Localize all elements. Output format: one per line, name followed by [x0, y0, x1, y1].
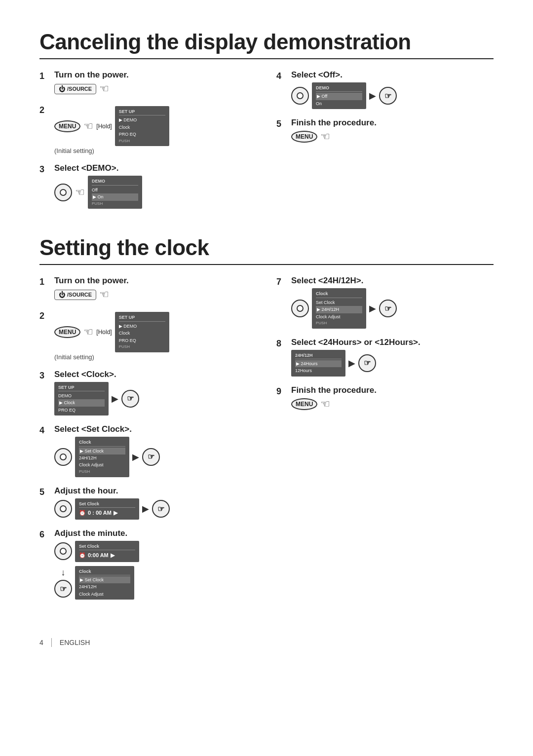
menu-btn-clock-9[interactable]: MENU	[291, 398, 317, 410]
step-num-1: 1	[39, 71, 50, 81]
clock-step-6-ui-top: Set Clock ⏰ 0:00 AM ▶	[54, 541, 257, 562]
step-1-ui: ⏻ /SOURCE ☞	[54, 82, 257, 95]
clock-step-7-label: Select <24H/12H>.	[291, 276, 494, 286]
menu-button-2[interactable]: MENU	[54, 120, 80, 132]
knob-clock-3[interactable]: ☞	[121, 390, 139, 408]
knob-clock-6b[interactable]: ☞	[54, 580, 72, 598]
clock-step-5-label: Adjust the hour.	[54, 486, 257, 496]
select-24h12h-screen: Clock Set Clock ▶ 24H/12H Clock Adjust P…	[312, 288, 366, 328]
clock-step-6: 6 Adjust the minute. Set Clock ⏰ 0:00 AM…	[39, 529, 257, 600]
clock-step-num-3: 3	[39, 371, 50, 381]
clock-step-num-5: 5	[39, 487, 50, 497]
source-button[interactable]: ⏻ /SOURCE	[54, 84, 96, 94]
setup-screen-clock-2: SET UP ▶ DEMO Clock PRO EQ PUSH	[115, 312, 169, 352]
clock-step-2-ui: MENU ☞ [Hold] SET UP ▶ DEMO Clock PRO EQ…	[54, 312, 257, 352]
step-1-label: Turn on the power.	[54, 70, 257, 80]
demo-screen-3: DEMO Off ▶ On PUSH	[88, 176, 142, 209]
power-icon: ⏻	[59, 85, 65, 93]
clock-step-5: 5 Adjust the hour. Set Clock ⏰ 0 : 00 AM…	[39, 486, 257, 520]
knob-clock-7b[interactable]: ☞	[379, 300, 397, 317]
clock-after-screen: Clock ▶ Set Clock 24H/12H Clock Adjust	[75, 566, 134, 600]
arrow-7: ▶	[369, 303, 376, 314]
knob-4[interactable]	[291, 87, 309, 105]
menu-btn-clock-2[interactable]: MENU	[54, 326, 80, 338]
hand-2: ☞	[83, 120, 93, 133]
arrow-4b: ▶	[132, 452, 139, 462]
clock-step-num-7: 7	[276, 277, 287, 287]
hold-label-2: [Hold]	[96, 123, 112, 130]
hand-5: ☞	[320, 130, 330, 143]
clock-step-7: 7 Select <24H/12H>. Clock Set Clock ▶ 24…	[276, 276, 494, 328]
knob-3[interactable]	[54, 184, 72, 201]
initial-setting-clock: (Initial setting)	[54, 353, 257, 361]
cancel-step-2: 2 MENU ☞ [Hold] SET UP ▶ DEMO Clock PRO …	[39, 104, 257, 154]
clock-step-num-4: 4	[39, 425, 50, 436]
knob-clock-7[interactable]	[291, 300, 309, 317]
step-num-5: 5	[276, 119, 287, 129]
step-5-ui: MENU ☞	[291, 130, 494, 143]
clock-step-5-ui: Set Clock ⏰ 0 : 00 AM ▶ ▶ ☞	[54, 498, 257, 520]
clock-step-num-6: 6	[39, 529, 50, 540]
knob-clock-4[interactable]	[54, 448, 72, 466]
clock-step-8: 8 Select <24Hours> or <12Hours>. 24H/12H…	[276, 338, 494, 377]
clock-steps-grid: 1 Turn on the power. ⏻ /SOURCE ☞	[39, 276, 494, 608]
hand-clock-7: ☞	[384, 304, 391, 313]
cancel-step-3: 3 Select <DEMO>. ☞ DEMO Off ▶ On PUSH	[39, 163, 257, 209]
setclock-screen-4: Clock ▶ Set Clock 24H/12H Clock Adjust P…	[75, 437, 129, 477]
clock-step-4-ui: Clock ▶ Set Clock 24H/12H Clock Adjust P…	[54, 437, 257, 477]
clock-step-1: 1 Turn on the power. ⏻ /SOURCE ☞	[39, 276, 257, 301]
setclock-minute-screen: Set Clock ⏰ 0:00 AM ▶	[75, 541, 139, 562]
clock-section: Setting the clock 1 Turn on the power. ⏻…	[39, 235, 494, 608]
knob-4b[interactable]: ☞	[379, 87, 397, 105]
arrow-4: ▶	[369, 90, 376, 101]
hand-clock-5: ☞	[157, 504, 164, 514]
step-num-4: 4	[276, 71, 287, 81]
hand-cursor-1: ☞	[99, 82, 109, 95]
setup-screen-2: SET UP ▶ DEMO Clock PRO EQ PUSH	[115, 106, 169, 146]
hand-clock-6: ☞	[60, 584, 67, 594]
source-btn-clock[interactable]: ⏻ /SOURCE	[54, 290, 96, 300]
step-4-ui: DEMO ▶ Off On ▶ ☞	[291, 82, 494, 109]
canceling-left-col: 1 Turn on the power. ⏻ /SOURCE ☞	[39, 70, 257, 218]
hand-4: ☞	[384, 91, 391, 101]
step-3-ui: ☞ DEMO Off ▶ On PUSH	[54, 176, 257, 209]
demo-off-screen: DEMO ▶ Off On	[312, 82, 366, 109]
hand-clock-4: ☞	[148, 452, 154, 461]
hours-screen-8: 24H/12H ▶ 24Hours 12Hours	[291, 350, 345, 377]
clock-section-divider	[39, 264, 494, 265]
knob-clock-8[interactable]: ☞	[358, 354, 376, 372]
clock-step-4-label: Select <Set Clock>.	[54, 424, 257, 434]
knob-clock-5b[interactable]: ☞	[152, 500, 170, 518]
clock-step-6-label: Adjust the minute.	[54, 529, 257, 538]
hand-3: ☞	[75, 186, 85, 199]
knob-clock-5[interactable]	[54, 500, 72, 518]
clock-step-8-label: Select <24Hours> or <12Hours>.	[291, 338, 494, 347]
knob-clock-4b[interactable]: ☞	[142, 448, 160, 466]
clock-step-3-ui: SET UP DEMO ▶ Clock PRO EQ ▶ ☞	[54, 382, 257, 416]
clock-step-num-1: 1	[39, 277, 50, 287]
hand-clock-9: ☞	[320, 398, 330, 411]
arrow-5: ▶	[142, 503, 149, 514]
step-4-label: Select <Off>.	[291, 70, 494, 80]
language-label: ENGLISH	[60, 639, 90, 646]
clock-step-1-label: Turn on the power.	[54, 276, 257, 286]
clock-step-9-label: Finish the procedure.	[291, 385, 494, 395]
step-3-label: Select <DEMO>.	[54, 163, 257, 173]
clock-left-col: 1 Turn on the power. ⏻ /SOURCE ☞	[39, 276, 257, 608]
clock-title: Setting the clock	[39, 235, 494, 260]
setclock-time-screen-5: Set Clock ⏰ 0 : 00 AM ▶	[75, 498, 139, 520]
clock-step-num-9: 9	[276, 386, 287, 397]
step-num-2: 2	[39, 105, 50, 115]
clock-step-4: 4 Select <Set Clock>. Clock ▶ Set Clock …	[39, 424, 257, 477]
cancel-step-1: 1 Turn on the power. ⏻ /SOURCE ☞	[39, 70, 257, 95]
page-number: 4	[39, 639, 43, 646]
knob-clock-6[interactable]	[54, 542, 72, 560]
menu-button-5[interactable]: MENU	[291, 131, 317, 143]
initial-setting-2: (Initial setting)	[54, 147, 257, 154]
step-5-label: Finish the procedure.	[291, 118, 494, 128]
canceling-title: Canceling the display demonstration	[39, 30, 494, 54]
canceling-right-col: 4 Select <Off>. DEMO ▶ Off On ▶	[276, 70, 494, 218]
clock-step-3: 3 Select <Clock>. SET UP DEMO ▶ Clock PR…	[39, 370, 257, 416]
power-icon-clock: ⏻	[59, 291, 65, 299]
canceling-section: Canceling the display demonstration 1 Tu…	[39, 30, 494, 218]
